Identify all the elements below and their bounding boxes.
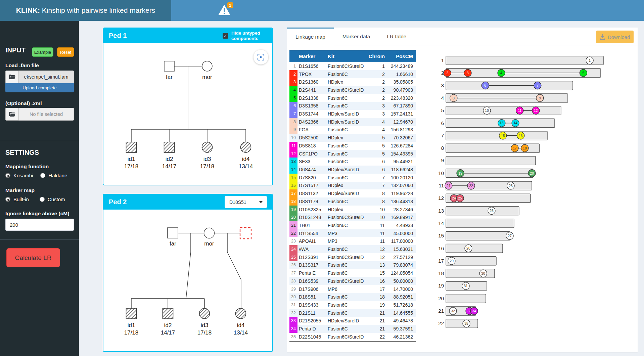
table-row[interactable]: 11D5S818Fusion6C5126.67284: [289, 142, 416, 150]
calculate-lr-button[interactable]: Calculate LR: [6, 248, 60, 267]
unknown-father-shape: [240, 228, 251, 239]
table-row[interactable]: 7D3S1744HDplex/SureID3157.24131: [289, 110, 416, 118]
tab-marker-data[interactable]: Marker data: [334, 28, 379, 45]
table-row[interactable]: 3D2S1360HDplex235.05805: [289, 78, 416, 86]
table-row[interactable]: 14D6S474HDplex/SureID6118.66248: [289, 166, 416, 174]
table-row[interactable]: 10D5S2500HDplex570.32067: [289, 134, 416, 142]
chrom-cell: 4: [368, 119, 385, 125]
poscm-cell: 100.20120: [385, 175, 416, 180]
col-poscm[interactable]: PosCM: [385, 53, 416, 59]
table-row[interactable]: 24vWAFusion6C1215.63031: [289, 245, 416, 253]
radio-label: Kosambi: [13, 173, 33, 178]
tab-linkage-map[interactable]: Linkage map: [287, 28, 334, 45]
pedigree-label: 17/18: [200, 163, 215, 170]
table-row[interactable]: 33D21S2055HDplex/SureID2149.46478: [289, 317, 416, 325]
table-row[interactable]: 13SE33Fusion6C695.44921: [289, 158, 416, 166]
table-row[interactable]: 34Penta DFusion6C2159.37591: [289, 325, 416, 333]
warning-menu[interactable]: 1: [218, 4, 231, 17]
fam-file-input[interactable]: eksempel_simul.fam: [5, 71, 74, 83]
pedigree-label: id2: [166, 156, 173, 162]
col-chrom[interactable]: Chrom: [368, 53, 385, 59]
col-marker[interactable]: Marker: [297, 53, 327, 59]
poscm-cell: 244.23489: [385, 63, 416, 69]
poscm-cell: 156.81293: [385, 127, 416, 132]
kit-cell: Fusion6C: [327, 326, 368, 331]
table-row[interactable]: 23APOAI1MP311117.00000: [289, 237, 416, 245]
chromosome-row-label: 13: [438, 208, 444, 214]
sidebar-divider: [0, 141, 79, 141]
table-row[interactable]: 8D4S2366HDplex/SureID412.94670: [289, 118, 416, 126]
table-row[interactable]: 20D10S1248Fusion6C/SureID10169.89917: [289, 213, 416, 221]
table-row[interactable]: 32D21S11Fusion6C2114.64555: [289, 309, 416, 317]
table-row[interactable]: 2TPOXFusion6C21.66610: [289, 70, 416, 78]
table-row[interactable]: 15D7S820Fusion6C7100.20120: [289, 174, 416, 182]
row-number-cell: 18: [289, 197, 297, 206]
radio-haldane[interactable]: Haldane: [40, 173, 67, 178]
table-row[interactable]: 28D16S539Fusion6C/SureID1650.00000: [289, 277, 416, 285]
marker-circle-number: 12: [534, 108, 538, 113]
chrom-cell: 2: [368, 87, 385, 93]
kit-cell: Fusion6C/SureID: [327, 215, 368, 220]
table-row[interactable]: 27Penta EFusion6C15124.05054: [289, 269, 416, 277]
chromosome-bar: [446, 56, 603, 65]
row-number-cell: 10: [289, 134, 297, 142]
download-button[interactable]: Download: [596, 31, 634, 43]
radio-dot[interactable]: [5, 173, 10, 178]
kit-cell: Fusion6C: [327, 247, 368, 252]
pedigree-label: 14/17: [162, 163, 177, 170]
radio-custom[interactable]: Custom: [40, 196, 65, 202]
table-row[interactable]: 29D17S906MP61714.70000: [289, 285, 416, 293]
hide-untyped-checkbox[interactable]: ✓ Hide untyped components: [223, 31, 267, 41]
folder-icon[interactable]: [5, 108, 19, 121]
marker-select-dropdown[interactable]: D18S51: [225, 196, 267, 208]
chromosome-row-label: 6: [441, 120, 444, 126]
table-row[interactable]: 4D2S441Fusion6C/SureID290.47903: [289, 86, 416, 94]
checkbox-checked-icon[interactable]: ✓: [223, 33, 228, 39]
zoom-reset-button[interactable]: [254, 50, 268, 64]
radio-kosambi[interactable]: Kosambi: [5, 173, 33, 178]
poscm-cell: 45.00000: [385, 231, 416, 236]
row-number-cell: 29: [289, 285, 297, 293]
table-row[interactable]: 25D12S391Fusion6C/SureID1227.57129: [289, 253, 416, 261]
table-row[interactable]: 19D10S2325HDplex1028.27346: [289, 206, 416, 214]
reset-button[interactable]: Reset: [57, 47, 74, 57]
fam-filename: eksempel_simul.fam: [19, 71, 74, 83]
radio-label: Built-in: [13, 196, 29, 202]
table-row[interactable]: 16D7S1517HDplex7132.07060: [289, 182, 416, 190]
table-row[interactable]: 31D19S433Fusion6C1951.72618: [289, 301, 416, 309]
pedigree-label: id1: [128, 156, 135, 162]
radio-dot[interactable]: [5, 197, 10, 202]
radio-dot[interactable]: [40, 173, 45, 178]
table-row[interactable]: 9FGAFusion6C4156.81293: [289, 126, 416, 134]
chrom-cell: 6: [368, 167, 385, 172]
table-row[interactable]: 26D13S317Fusion6C1379.83074: [289, 261, 416, 269]
example-button[interactable]: Example: [32, 47, 53, 57]
col-kit[interactable]: Kit: [327, 53, 368, 59]
radio-dot[interactable]: [40, 197, 45, 202]
tab-lr-table[interactable]: LR table: [378, 28, 415, 45]
mapping-function-radios: Kosambi Haldane: [5, 173, 67, 178]
kit-cell: Fusion6C: [327, 143, 368, 148]
table-row[interactable]: 21TH01Fusion6C114.48933: [289, 221, 416, 229]
table-row[interactable]: 18D8S1179Fusion6C8136.44313: [289, 197, 416, 206]
marker-cell: D10S2325: [297, 207, 327, 212]
marker-cell: D2S1338: [297, 95, 327, 101]
radio-built-in[interactable]: Built-in: [5, 196, 29, 202]
pedigree-label: 17/18: [197, 329, 212, 336]
child-shape: [164, 142, 175, 152]
table-row[interactable]: 30D18S51Fusion6C1888.92051: [289, 293, 416, 301]
poscm-cell: 132.07060: [385, 183, 416, 188]
ignore-linkage-input[interactable]: [5, 219, 74, 231]
checkbox-label: Hide untyped components: [231, 31, 267, 41]
folder-icon[interactable]: [5, 71, 19, 83]
table-row[interactable]: 22D11S554MP31145.00000: [289, 229, 416, 237]
table-row[interactable]: 6D3S1358Fusion6C367.17890: [289, 102, 416, 110]
kit-cell: Fusion6C: [327, 159, 368, 164]
table-row[interactable]: 12CSF1POFusion6C5154.43395: [289, 150, 416, 158]
table-row[interactable]: 17D8S1132HDplex/SureID8119.96228: [289, 189, 416, 197]
table-row[interactable]: 35D22S1045Fusion6C/SureID2246.21362: [289, 333, 416, 341]
table-row[interactable]: 5D2S1338Fusion6C2223.48320: [289, 94, 416, 102]
chrom-cell: 16: [368, 278, 385, 284]
table-row[interactable]: 1D1S1656Fusion6C/SureID1244.23489: [289, 62, 416, 70]
xml-file-input[interactable]: No file selected: [5, 108, 74, 121]
